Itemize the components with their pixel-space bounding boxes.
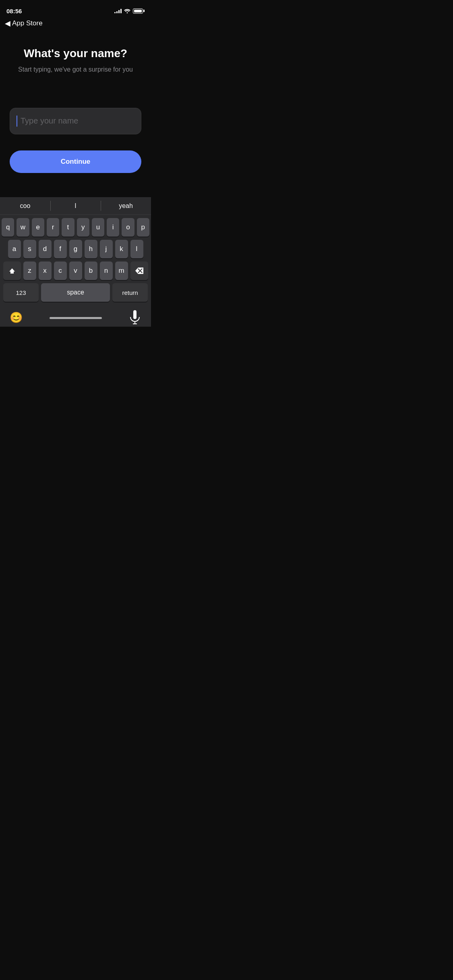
key-m[interactable]: m [115, 261, 128, 280]
key-row-bottom: 123 space return [2, 283, 149, 302]
numbers-key[interactable]: 123 [3, 283, 39, 302]
key-g[interactable]: g [69, 240, 82, 258]
key-r[interactable]: r [47, 218, 59, 237]
autocomplete-bar: coo I yeah [0, 197, 151, 215]
autocomplete-i[interactable]: I [50, 197, 101, 214]
wifi-icon [124, 8, 130, 13]
back-label: App Store [12, 19, 43, 27]
continue-button[interactable]: Continue [10, 150, 141, 173]
continue-section: Continue [0, 150, 151, 173]
keyboard: coo I yeah q w e r t y u i o p a s d f [0, 197, 151, 327]
key-n[interactable]: n [100, 261, 113, 280]
key-o[interactable]: o [122, 218, 134, 237]
home-bar [50, 317, 102, 319]
key-l[interactable]: l [130, 240, 143, 258]
page-title: What's your name? [10, 47, 141, 60]
key-row-3: z x c v b n m [2, 261, 149, 280]
space-key[interactable]: space [41, 283, 110, 302]
keyboard-keys: q w e r t y u i o p a s d f g h j k l [0, 215, 151, 305]
key-c[interactable]: c [54, 261, 67, 280]
key-x[interactable]: x [39, 261, 52, 280]
key-e[interactable]: e [32, 218, 44, 237]
status-icons [114, 8, 145, 14]
mic-key[interactable] [127, 309, 143, 325]
key-q[interactable]: q [2, 218, 14, 237]
shift-key[interactable] [3, 261, 21, 280]
name-placeholder: Type your name [21, 116, 78, 126]
key-d[interactable]: d [39, 240, 52, 258]
key-t[interactable]: t [62, 218, 74, 237]
status-bar: 08:56 [0, 0, 151, 18]
back-nav[interactable]: ◀ App Store [0, 18, 151, 31]
key-i[interactable]: i [107, 218, 119, 237]
page-subtitle: Start typing, we've got a surprise for y… [10, 65, 141, 74]
key-w[interactable]: w [17, 218, 29, 237]
main-content: What's your name? Start typing, we've go… [0, 31, 151, 84]
backspace-key[interactable] [130, 261, 148, 280]
key-row-2: a s d f g h j k l [2, 240, 149, 258]
emoji-key[interactable]: 😊 [8, 309, 24, 325]
text-cursor [17, 115, 17, 127]
input-section: Type your name [0, 84, 151, 150]
autocomplete-yeah[interactable]: yeah [101, 197, 151, 214]
key-f[interactable]: f [54, 240, 67, 258]
key-p[interactable]: p [137, 218, 149, 237]
key-h[interactable]: h [85, 240, 97, 258]
autocomplete-coo[interactable]: coo [0, 197, 50, 214]
key-row-1: q w e r t y u i o p [2, 218, 149, 237]
key-z[interactable]: z [23, 261, 36, 280]
battery-icon [133, 8, 145, 14]
status-time: 08:56 [6, 8, 22, 14]
key-k[interactable]: k [115, 240, 128, 258]
back-arrow-icon: ◀ [5, 20, 10, 27]
key-v[interactable]: v [69, 261, 82, 280]
key-a[interactable]: a [8, 240, 21, 258]
svg-rect-0 [133, 310, 137, 319]
return-key[interactable]: return [112, 283, 148, 302]
signal-icon [114, 8, 122, 13]
key-u[interactable]: u [92, 218, 104, 237]
key-extras-row: 😊 [0, 305, 151, 327]
home-indicator [50, 314, 102, 321]
key-y[interactable]: y [77, 218, 89, 237]
name-input-wrapper[interactable]: Type your name [10, 108, 141, 134]
key-s[interactable]: s [23, 240, 36, 258]
key-j[interactable]: j [100, 240, 113, 258]
key-b[interactable]: b [85, 261, 97, 280]
